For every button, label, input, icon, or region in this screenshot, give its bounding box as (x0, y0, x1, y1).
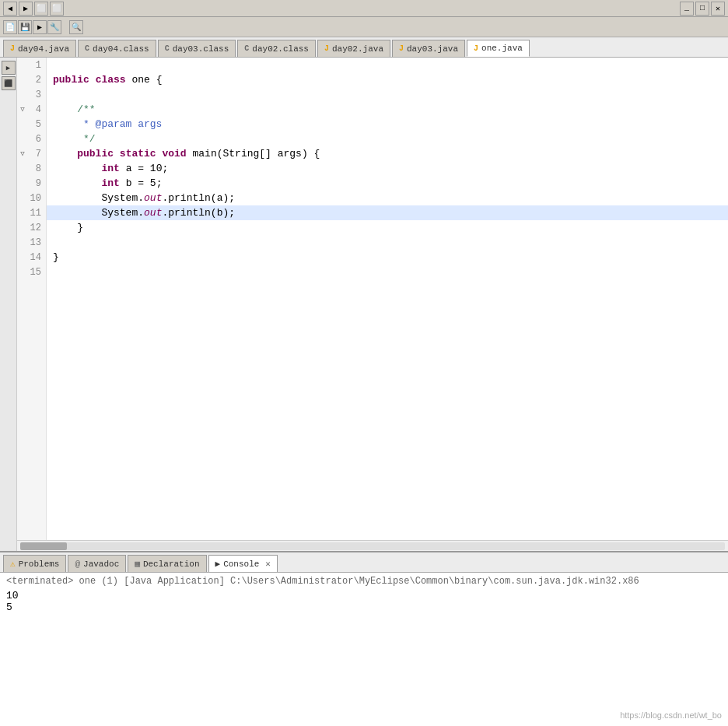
code-line-3 (47, 87, 728, 102)
tab-day02-class[interactable]: C day02.class (237, 40, 316, 57)
bottom-tab-console[interactable]: ▶ Console ✕ (208, 555, 278, 572)
line-13: 13 (17, 235, 46, 250)
tab-day03-class[interactable]: C day03.class (158, 40, 236, 57)
console-icon: ▶ (215, 559, 221, 569)
declaration-label: Declaration (143, 559, 200, 569)
line-2: 2 (17, 72, 46, 87)
line-6: 6 (17, 132, 46, 146)
v-btn-2[interactable]: ⬛ (2, 76, 16, 90)
code-line-9: int b = 5; (47, 176, 728, 191)
tab-day02-java[interactable]: J day02.java (317, 40, 390, 57)
console-close-icon[interactable]: ✕ (265, 559, 271, 569)
bottom-tab-javadoc[interactable]: @ Javadoc (68, 555, 126, 572)
declaration-icon: ▦ (135, 559, 140, 569)
bottom-tabs: ⚠ Problems @ Javadoc ▦ Declaration ▶ Con… (0, 552, 728, 573)
line-12: 12 (17, 220, 46, 235)
line-3: 3 (17, 87, 46, 102)
line-1: 1 (17, 58, 46, 72)
main-toolbar: 📄 💾 ▶ 🔧 🔍 (0, 17, 728, 37)
maximize-btn[interactable]: □ (695, 2, 709, 16)
tab-day03-java[interactable]: J day03.java (392, 40, 465, 57)
problems-label: Problems (19, 559, 60, 569)
console-output-area: <terminated> one (1) [Java Application] … (0, 573, 728, 726)
left-vertical-bar: ▶ ⬛ (0, 58, 17, 551)
line-5: 5 (17, 117, 46, 132)
code-line-6: */ (47, 132, 728, 146)
code-line-11: System.out.println(b); (47, 205, 728, 220)
code-line-4: /** (47, 102, 728, 117)
toolbar-debug-btn[interactable]: 🔧 (47, 20, 61, 34)
fold-arrow-7[interactable]: ▽ (17, 149, 28, 158)
close-btn[interactable]: ✕ (711, 2, 725, 16)
h-scroll-thumb[interactable] (20, 542, 67, 550)
code-line-7: public static void main(String[] args) { (47, 146, 728, 161)
toolbar-btn-1[interactable]: ◀ (3, 2, 17, 16)
line-15: 15 (17, 265, 46, 279)
line-4: ▽ 4 (17, 102, 46, 117)
line-10: 10 (17, 191, 46, 205)
console-output-line2: 5 (6, 601, 722, 613)
console-terminated-line: <terminated> one (1) [Java Application] … (6, 576, 722, 587)
line-14: 14 (17, 250, 46, 265)
tab-day04-class[interactable]: C day04.class (78, 40, 156, 57)
toolbar-btn-4[interactable]: ⬜ (50, 2, 64, 16)
code-lines[interactable]: public class one { /** * @param args */ (47, 58, 728, 540)
code-content: 1 2 3 ▽ 4 5 6 ▽ 7 8 9 10 11 12 13 14 (17, 58, 728, 540)
javadoc-icon: @ (75, 559, 80, 569)
toolbar-btn-2[interactable]: ▶ (19, 2, 33, 16)
line-11: 11 (17, 205, 46, 220)
line-7: ▽ 7 (17, 146, 46, 161)
console-output-line1: 10 (6, 590, 722, 601)
code-line-13 (47, 235, 728, 250)
h-scroll-track[interactable] (20, 542, 725, 550)
code-line-12: } (47, 220, 728, 235)
line-8: 8 (17, 161, 46, 176)
code-line-5: * @param args (47, 117, 728, 132)
code-line-14: } (47, 250, 728, 265)
problems-icon: ⚠ (10, 559, 16, 569)
horizontal-scrollbar[interactable] (17, 540, 728, 551)
code-line-1 (47, 58, 728, 72)
code-line-8: int a = 10; (47, 161, 728, 176)
bottom-tab-declaration[interactable]: ▦ Declaration (128, 555, 206, 572)
v-btn-1[interactable]: ▶ (2, 61, 16, 75)
toolbar-btn-3[interactable]: ⬜ (34, 2, 48, 16)
code-editor[interactable]: 1 2 3 ▽ 4 5 6 ▽ 7 8 9 10 11 12 13 14 (17, 58, 728, 551)
toolbar-search-btn[interactable]: 🔍 (69, 20, 83, 34)
javadoc-label: Javadoc (83, 559, 119, 569)
code-line-15 (47, 265, 728, 279)
line-9: 9 (17, 176, 46, 191)
editor-tabs: J day04.java C day04.class C day03.class… (0, 37, 728, 58)
line-numbers: 1 2 3 ▽ 4 5 6 ▽ 7 8 9 10 11 12 13 14 (17, 58, 47, 540)
main-editor-area: ▶ ⬛ 1 2 3 ▽ 4 5 6 ▽ 7 8 9 1 (0, 58, 728, 551)
toolbar-run-btn[interactable]: ▶ (33, 20, 47, 34)
console-label: Console (223, 559, 259, 569)
top-toolbar: ◀ ▶ ⬜ ⬜ _ □ ✕ (0, 0, 728, 17)
tab-day04-java[interactable]: J day04.java (3, 40, 76, 57)
bottom-panel: ⚠ Problems @ Javadoc ▦ Declaration ▶ Con… (0, 551, 728, 726)
code-line-10: System.out.println(a); (47, 191, 728, 205)
watermark: https://blog.csdn.net/wt_bo (620, 710, 722, 720)
toolbar-file-btn[interactable]: 📄 (3, 20, 17, 34)
code-line-2: public class one { (47, 72, 728, 87)
fold-arrow-4[interactable]: ▽ (17, 105, 28, 114)
minimize-btn[interactable]: _ (680, 2, 694, 16)
toolbar-save-btn[interactable]: 💾 (18, 20, 32, 34)
tab-one-java[interactable]: J one.java (467, 40, 530, 57)
bottom-tab-problems[interactable]: ⚠ Problems (3, 555, 66, 572)
